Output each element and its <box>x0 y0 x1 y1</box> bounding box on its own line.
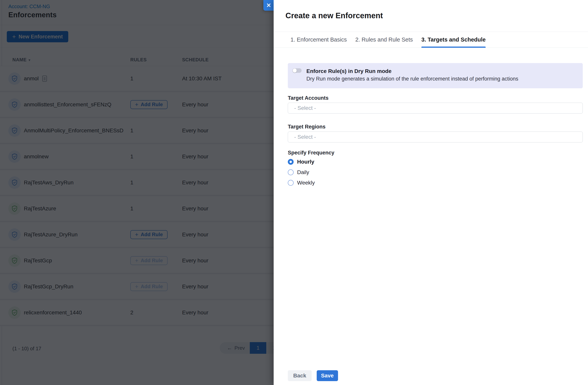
target-accounts-select[interactable]: - Select - <box>288 103 583 113</box>
target-regions-label: Target Regions <box>288 124 326 130</box>
close-panel-button[interactable]: ✕ <box>263 0 274 11</box>
dry-run-toggle[interactable] <box>293 68 302 73</box>
dry-run-banner: Enforce Rule(s) in Dry Run mode Dry Run … <box>288 63 583 88</box>
panel-title: Create a new Enforcement <box>285 11 383 20</box>
dry-run-description: Dry Run mode generates a simulation of t… <box>306 76 518 82</box>
radio-icon[interactable] <box>288 169 294 175</box>
radio-label: Daily <box>297 169 309 175</box>
toggle-knob <box>293 68 297 73</box>
radio-icon[interactable] <box>288 180 294 186</box>
radio-icon[interactable] <box>288 159 294 165</box>
wizard-tabs: 1. Enforcement Basics2. Rules and Rule S… <box>274 32 588 48</box>
tab-3[interactable]: 3. Targets and Schedule <box>421 32 486 47</box>
radio-label: Weekly <box>297 180 315 186</box>
frequency-option-hourly[interactable]: Hourly <box>288 159 314 165</box>
frequency-label: Specify Frequency <box>288 150 334 156</box>
back-button[interactable]: Back <box>288 370 312 381</box>
target-regions-placeholder: - Select - <box>294 134 316 140</box>
frequency-option-daily[interactable]: Daily <box>288 169 309 175</box>
close-icon: ✕ <box>266 2 271 9</box>
save-button[interactable]: Save <box>317 370 338 381</box>
target-accounts-placeholder: - Select - <box>294 105 316 111</box>
radio-label: Hourly <box>297 159 314 165</box>
create-enforcement-panel: Create a new Enforcement 1. Enforcement … <box>274 0 588 385</box>
target-accounts-label: Target Accounts <box>288 95 329 101</box>
dry-run-label: Enforce Rule(s) in Dry Run mode <box>306 68 392 74</box>
target-regions-select[interactable]: - Select - <box>288 132 583 142</box>
tab-1[interactable]: 1. Enforcement Basics <box>291 32 347 47</box>
frequency-option-weekly[interactable]: Weekly <box>288 180 315 186</box>
screen: Account: CCM-NG Enforcements + New Enfor… <box>0 0 588 385</box>
tab-2[interactable]: 2. Rules and Rule Sets <box>355 32 413 47</box>
